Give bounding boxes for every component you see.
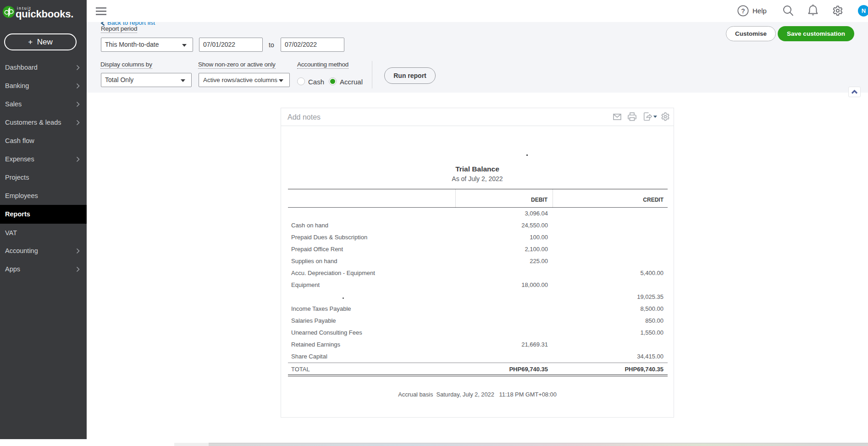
svg-text:?: ? [741,7,745,15]
